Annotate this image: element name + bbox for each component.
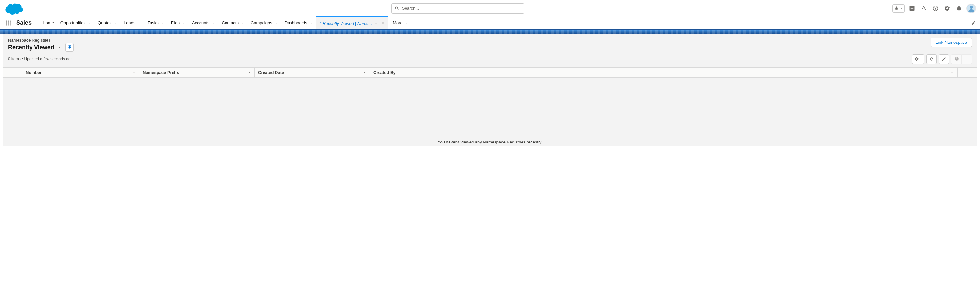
help-button[interactable] [931,4,940,13]
nav-bar: Sales Home Opportunities Quotes Leads Ta… [0,17,980,30]
nav-item-files[interactable]: Files [168,17,189,29]
chevron-down-icon [900,7,903,10]
svg-point-9 [8,24,9,25]
app-launcher[interactable] [4,19,13,28]
chevron-down-icon[interactable] [363,70,366,74]
plus-icon [909,5,915,12]
chevron-down-icon [920,58,922,60]
svg-point-10 [10,24,11,25]
nav-items: Home Opportunities Quotes Leads Tasks Fi… [39,17,967,29]
waffle-icon [5,20,12,26]
list-meta: 0 items • Updated a few seconds ago [8,57,72,61]
add-button[interactable] [908,4,916,13]
star-icon [894,6,899,11]
nav-item-opportunities[interactable]: Opportunities [57,17,95,29]
nav-item-dashboards[interactable]: Dashboards [282,17,317,29]
link-namespace-button[interactable]: Link Namespace [931,38,972,47]
pin-icon [67,45,72,50]
avatar-icon [967,4,975,13]
user-avatar[interactable] [966,3,976,13]
global-header [0,0,980,17]
search-icon [395,6,399,11]
search-container [23,3,892,14]
list-settings-button[interactable] [912,54,924,64]
pin-button[interactable] [65,43,74,52]
refresh-icon [929,57,934,61]
gear-icon [944,5,950,12]
nav-item-home[interactable]: Home [39,17,57,29]
chevron-down-icon [374,21,378,25]
edit-list-button[interactable] [939,54,949,64]
chevron-down-icon [161,21,164,25]
chevron-down-icon[interactable] [132,70,136,74]
chevron-down-icon[interactable] [57,45,62,50]
chevron-down-icon [212,21,215,25]
setup-button[interactable] [943,4,951,13]
object-label: Namespace Registries [8,38,74,43]
column-checkbox[interactable] [3,68,22,77]
header-actions [892,3,976,13]
global-search[interactable] [391,3,525,14]
nav-item-campaigns[interactable]: Campaigns [248,17,282,29]
empty-state: You haven't viewed any Namespace Registr… [3,78,977,146]
chevron-down-icon [137,21,141,25]
page-card: Namespace Registries Recently Viewed Lin… [3,34,977,146]
salesforce-help-button[interactable] [920,4,928,13]
chevron-down-icon [404,21,409,25]
gear-icon [914,57,919,61]
decorative-strip [0,30,980,34]
nav-item-accounts[interactable]: Accounts [189,17,218,29]
svg-point-1 [970,6,972,9]
svg-point-2 [6,21,7,21]
pencil-icon [971,21,976,25]
empty-message: You haven't viewed any Namespace Registr… [438,139,542,144]
pie-icon [955,57,959,61]
page-header: Namespace Registries Recently Viewed Lin… [3,34,977,54]
chevron-down-icon [240,21,244,25]
chevron-down-icon [309,21,313,25]
search-input[interactable] [402,6,521,11]
notifications-button[interactable] [955,4,963,13]
svg-point-8 [6,24,7,25]
chart-button [951,54,961,64]
page-wrap: Namespace Registries Recently Viewed Lin… [0,34,980,146]
chevron-down-icon[interactable] [950,70,954,74]
meta-row: 0 items • Updated a few seconds ago [3,54,977,67]
svg-point-5 [6,22,7,23]
column-namespace-prefix[interactable]: Namespace Prefix [139,68,255,77]
nav-item-contacts[interactable]: Contacts [219,17,248,29]
svg-point-3 [8,21,9,21]
svg-point-6 [8,22,9,23]
app-name: Sales [16,19,32,26]
nav-more[interactable]: More [388,17,413,29]
close-icon[interactable] [381,21,385,25]
filter-button [961,54,972,64]
edit-nav-button[interactable] [967,21,980,25]
trailhead-icon [921,5,927,12]
filter-icon [964,57,969,61]
nav-item-quotes[interactable]: Quotes [95,17,121,29]
salesforce-logo[interactable] [5,2,23,14]
chevron-down-icon [181,21,186,25]
question-icon [932,5,939,12]
nav-item-leads[interactable]: Leads [121,17,144,29]
list-view-name[interactable]: Recently Viewed [8,44,54,51]
column-number[interactable]: Number [22,68,139,77]
favorites-button[interactable] [892,4,905,13]
refresh-button[interactable] [926,54,937,64]
chevron-down-icon [88,21,91,25]
pencil-icon [942,57,946,61]
bell-icon [956,5,962,12]
nav-item-active-tab[interactable]: * Recently Viewed | Name... [317,16,388,29]
table-header: Number Namespace Prefix Created Date Cre… [3,67,977,78]
list-toolbar [912,54,972,64]
column-created-date[interactable]: Created Date [255,68,370,77]
svg-point-4 [10,21,11,21]
chevron-down-icon [113,21,117,25]
svg-point-7 [10,22,11,23]
nav-item-tasks[interactable]: Tasks [144,17,167,29]
column-created-by[interactable]: Created By [370,68,958,77]
chevron-down-icon[interactable] [247,70,251,74]
column-actions [958,68,977,77]
chevron-down-icon [274,21,278,25]
